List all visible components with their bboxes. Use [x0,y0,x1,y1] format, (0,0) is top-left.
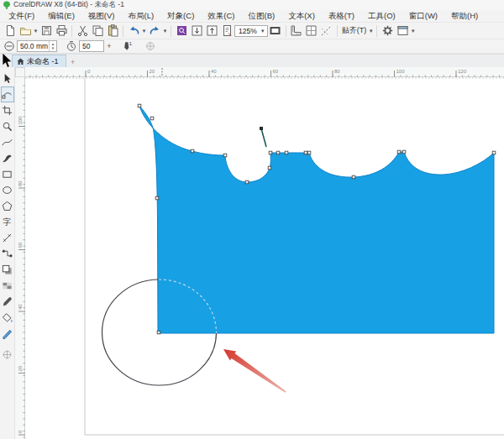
rate-increase-button[interactable]: + [104,39,114,53]
export-button[interactable] [204,24,219,38]
vertical-ruler[interactable]: 100806040200 [15,77,25,439]
color-eyedropper-tool[interactable] [1,294,14,310]
curve-node-handle[interactable] [307,151,311,154]
curve-node-handle[interactable] [397,150,401,154]
paste-button[interactable] [105,24,120,38]
menu-item-2[interactable]: 视图(V) [81,10,122,23]
curve-node-handle[interactable] [245,180,249,184]
curve-node-handle[interactable] [138,104,141,107]
menu-item-9[interactable]: 工具(O) [361,10,402,23]
undo-button[interactable] [126,24,141,38]
menu-item-0[interactable]: 文件(F) [2,10,41,23]
menu-item-3[interactable]: 布局(L) [121,10,160,23]
copy-button[interactable] [90,24,105,38]
curve-node-handle[interactable] [191,149,194,153]
search-content-button[interactable] [174,24,189,38]
freehand-tool[interactable] [1,134,14,150]
ellipse-tool[interactable] [1,182,14,198]
dimension-tool[interactable] [1,230,14,246]
export-icon [206,24,218,37]
shape-tool[interactable] [1,86,14,102]
rate-clock-icon[interactable] [64,39,79,53]
nib-size-icon[interactable] [2,39,17,53]
svg-text:40: 40 [18,304,23,310]
drawing-canvas[interactable] [25,77,504,439]
curve-node-handle[interactable] [492,151,496,154]
menu-item-5[interactable]: 效果(C) [201,10,241,23]
show-rulers-button[interactable] [289,24,304,38]
dynamic-guides-button[interactable] [319,24,334,38]
menu-item-10[interactable]: 窗口(W) [402,10,444,23]
rectangle-tool[interactable] [1,166,14,182]
curve-node-handle[interactable] [352,175,355,179]
app-launcher-button[interactable] [395,24,410,38]
curve-node-handle[interactable] [157,331,160,334]
curve-node-handle[interactable] [285,151,288,154]
open-folder-button[interactable] [18,24,33,38]
undo-icon [128,24,140,37]
open-dropdown[interactable]: ▼ [33,29,39,34]
menu-item-11[interactable]: 帮助(H) [444,10,485,23]
menu-item-6[interactable]: 位图(B) [242,10,282,23]
svg-text:100: 100 [396,69,406,74]
rate-value: 50 [82,42,90,50]
crop-tool[interactable] [1,102,14,118]
ruler-origin-button[interactable] [15,67,25,77]
svg-text:60: 60 [273,69,279,74]
nib-size-input[interactable]: 50.0 mm ▲▼ [17,40,57,52]
import-button[interactable] [189,24,204,38]
zoom-tool[interactable] [1,118,14,134]
cut-icon [76,24,89,37]
print-button[interactable] [54,24,69,38]
title-bar: CorelDRAW X8 (64-Bit) - 未命名 -1 [0,0,504,10]
new-document-button[interactable] [3,24,18,38]
publish-pdf-button[interactable] [219,24,234,38]
curve-node-handle[interactable] [268,166,271,170]
snap-dropdown[interactable]: 贴齐(T) ▼ [340,25,375,36]
undo-dropdown[interactable]: ▼ [141,29,147,34]
gear-button[interactable] [380,24,395,38]
show-grid-button[interactable] [304,24,319,38]
new-tab-button[interactable]: + [68,57,78,67]
zoom-level-combo[interactable]: 125% ▼ [234,25,268,37]
redo-dropdown[interactable]: ▼ [162,29,168,34]
pen-pressure-icon[interactable]: 1 [119,39,134,53]
curve-node-handle[interactable] [402,150,406,154]
menu-item-1[interactable]: 编辑(E) [41,10,81,23]
interactive-fill-tool[interactable] [1,326,14,342]
toolbox: 字 [0,67,15,439]
show-grid-icon [305,24,318,37]
document-tab[interactable]: 未命名 -1 [12,55,66,67]
rate-input[interactable]: 50 [79,40,104,52]
curve-node-handle[interactable] [304,151,307,154]
pen-node-handle[interactable] [260,127,263,130]
smart-fill-tool[interactable] [1,310,14,326]
cut-button[interactable] [75,24,90,38]
save-button[interactable] [39,24,54,38]
menu-item-4[interactable]: 对象(C) [160,10,201,23]
artistic-media-tool[interactable] [1,150,14,166]
curve-node-handle[interactable] [269,151,272,154]
document-tab-bar: 未命名 -1 + [0,54,504,67]
pick-tool[interactable] [1,71,14,86]
transparency-tool[interactable] [1,278,14,294]
menu-item-7[interactable]: 文本(X) [281,10,322,23]
connector-tool[interactable] [1,246,14,262]
full-screen-preview-button[interactable] [268,24,283,38]
menu-item-8[interactable]: 表格(T) [322,10,361,23]
home-icon [17,58,24,65]
curve-object[interactable] [139,106,494,333]
app-launcher-dropdown[interactable]: ▼ [410,29,416,34]
redo-button[interactable] [147,24,162,38]
coreldraw-logo-icon [3,1,11,9]
curve-node-handle[interactable] [150,117,154,120]
polygon-tool[interactable] [1,198,14,214]
nib-size-spinner[interactable]: ▲▼ [49,41,56,51]
drop-shadow-tool[interactable] [1,262,14,278]
curve-node-handle[interactable] [276,151,280,154]
curve-node-handle[interactable] [223,154,227,157]
text-tool[interactable]: 字 [1,214,14,230]
curve-node-handle[interactable] [155,196,159,200]
pen-segment[interactable] [261,128,266,147]
horizontal-ruler[interactable]: 020406080100120 [25,67,504,77]
